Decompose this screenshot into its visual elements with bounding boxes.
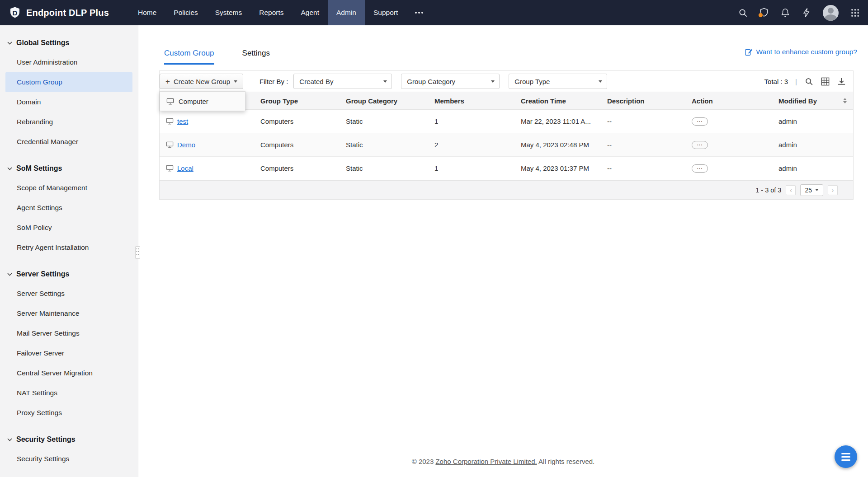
sort-icon[interactable] — [843, 98, 847, 103]
sidebar-item-retry-agent-installation[interactable]: Retry Agent Installation — [5, 238, 132, 257]
table-row: Local Computers Static 1 May 4, 2023 01:… — [160, 157, 853, 180]
total-count-label: Total : 3 — [764, 78, 788, 85]
nav-systems[interactable]: Systems — [207, 0, 250, 25]
action-cell: ⋯ — [686, 117, 773, 126]
zoho-link[interactable]: Zoho Corporation Private Limited. — [435, 458, 537, 465]
nav-agent[interactable]: Agent — [292, 0, 328, 25]
sidebar-item-mail-server-settings[interactable]: Mail Server Settings — [5, 323, 132, 343]
nav-reports[interactable]: Reports — [250, 0, 292, 25]
sidebar-item-credential-manager[interactable]: Credential Manager — [5, 132, 132, 152]
sidebar-item-user-administration[interactable]: User Administration — [5, 52, 132, 72]
edit-note-icon — [745, 48, 753, 56]
computer-group-icon — [166, 118, 174, 125]
group-name-cell: Local — [160, 164, 255, 172]
pagination-prev-button[interactable]: ‹ — [786, 185, 796, 195]
apps-grid-icon[interactable] — [850, 8, 860, 18]
group-name-link[interactable]: test — [177, 117, 188, 125]
filter-by-label: Filter By : — [259, 78, 288, 85]
chevron-down-icon — [7, 167, 12, 170]
nav-admin[interactable]: Admin — [328, 0, 365, 25]
section-security-settings[interactable]: Security Settings — [0, 430, 138, 449]
enhance-custom-group-link[interactable]: Want to enhance custom group? — [745, 48, 857, 56]
nav-more[interactable] — [406, 0, 432, 25]
plus-icon: + — [165, 78, 170, 85]
lightning-icon[interactable] — [802, 8, 811, 18]
create-new-group-button[interactable]: + Create New Group — [160, 74, 243, 89]
sidebar-item-rebranding[interactable]: Rebranding — [5, 112, 132, 132]
more-menu-icon — [415, 12, 417, 14]
group-name-cell: test — [160, 117, 255, 125]
group-category-cell: Static — [340, 141, 429, 149]
hamburger-icon — [841, 453, 850, 454]
sidebar-item-server-maintenance[interactable]: Server Maintenance — [5, 304, 132, 323]
export-download-icon[interactable] — [837, 77, 846, 86]
user-avatar[interactable] — [823, 5, 839, 21]
sidebar-item-proxy-settings[interactable]: Proxy Settings — [5, 403, 132, 423]
sidebar-resize-handle[interactable] — [135, 246, 140, 259]
nav-policies[interactable]: Policies — [165, 0, 206, 25]
create-group-dropdown: Computer — [160, 91, 245, 111]
filter-created-by-select[interactable]: Created By — [293, 74, 392, 89]
sidebar-item-server-settings[interactable]: Server Settings — [5, 284, 132, 304]
column-view-icon[interactable] — [821, 77, 830, 86]
row-actions-button[interactable]: ⋯ — [692, 141, 708, 149]
table-search-icon[interactable] — [804, 77, 813, 86]
tab-bar: Custom Group Settings — [138, 25, 868, 65]
sidebar: Global Settings User Administration Cust… — [0, 25, 138, 477]
header-action: Action — [686, 97, 773, 105]
sidebar-item-nat-settings[interactable]: NAT Settings — [5, 383, 132, 403]
sidebar-item-agent-settings[interactable]: Agent Settings — [5, 198, 132, 218]
nav-home[interactable]: Home — [129, 0, 165, 25]
chevron-down-icon — [7, 438, 12, 441]
members-cell: 1 — [429, 117, 515, 125]
creation-time-cell: Mar 22, 2023 11:01 A... — [515, 117, 602, 125]
modified-by-cell: admin — [773, 117, 853, 125]
section-som-settings[interactable]: SoM Settings — [0, 159, 138, 178]
floating-menu-button[interactable] — [835, 445, 857, 468]
caret-down-icon — [234, 80, 237, 83]
action-cell: ⋯ — [686, 164, 773, 173]
sidebar-item-som-policy[interactable]: SoM Policy — [5, 218, 132, 238]
section-global-settings[interactable]: Global Settings — [0, 33, 138, 52]
header-group-category: Group Category — [340, 97, 429, 105]
svg-text:D: D — [13, 9, 18, 17]
brand: D Endpoint DLP Plus — [8, 6, 129, 19]
description-cell: -- — [602, 117, 686, 125]
bell-icon[interactable] — [780, 8, 790, 18]
header-modified-by: Modified By — [773, 97, 853, 105]
chevron-down-icon — [7, 42, 12, 45]
sidebar-item-central-server-migration[interactable]: Central Server Migration — [5, 363, 132, 383]
tab-settings[interactable]: Settings — [242, 49, 270, 65]
pagination-next-button[interactable]: › — [828, 185, 838, 195]
pagination-range-label: 1 - 3 of 3 — [755, 187, 781, 194]
group-name-link[interactable]: Demo — [177, 141, 195, 149]
sidebar-item-custom-group[interactable]: Custom Group — [5, 72, 132, 92]
row-actions-button[interactable]: ⋯ — [692, 117, 708, 126]
group-type-cell: Computers — [255, 164, 340, 172]
filter-group-category-select[interactable]: Group Category — [401, 74, 500, 89]
group-name-link[interactable]: Local — [177, 164, 193, 172]
row-actions-button[interactable]: ⋯ — [692, 164, 708, 173]
sidebar-item-scope-of-management[interactable]: Scope of Management — [5, 178, 132, 198]
header-members: Members — [429, 97, 515, 105]
security-shield-icon[interactable] — [759, 8, 769, 18]
caret-down-icon — [491, 80, 495, 83]
sidebar-item-domain[interactable]: Domain — [5, 92, 132, 112]
page-size-select[interactable]: 25 — [800, 184, 823, 196]
tab-custom-group[interactable]: Custom Group — [164, 49, 214, 65]
creation-time-cell: May 4, 2023 01:37 PM — [515, 164, 602, 172]
filter-group-type-select[interactable]: Group Type — [509, 74, 607, 89]
search-icon[interactable] — [738, 8, 748, 18]
grip-dots-icon — [136, 248, 139, 257]
dropdown-item-computer[interactable]: Computer — [160, 92, 245, 111]
sidebar-item-failover-server[interactable]: Failover Server — [5, 343, 132, 363]
caret-down-icon — [599, 80, 602, 83]
caret-down-icon — [383, 80, 387, 83]
notification-dot — [758, 13, 763, 18]
members-cell: 1 — [429, 164, 515, 172]
computer-group-icon — [166, 141, 174, 148]
sidebar-item-security-settings[interactable]: Security Settings — [5, 449, 132, 469]
section-server-settings[interactable]: Server Settings — [0, 265, 138, 284]
modified-by-cell: admin — [773, 164, 853, 172]
nav-support[interactable]: Support — [365, 0, 406, 25]
